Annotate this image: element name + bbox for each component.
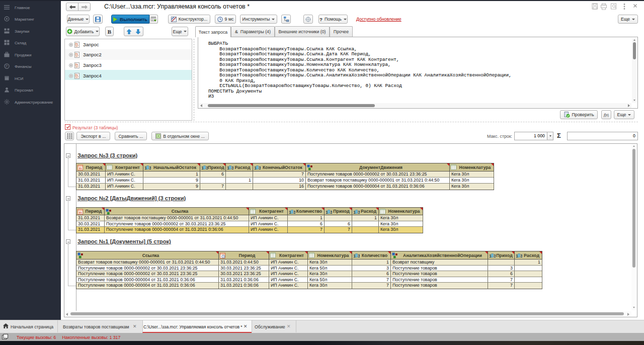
svg-text:ƒx: ƒx: [75, 63, 78, 66]
svg-text:Р: Р: [6, 64, 8, 68]
svg-text:1: 1: [353, 253, 356, 258]
svg-text:1: 1: [254, 165, 257, 170]
svg-text:3: 3: [206, 165, 208, 170]
svg-text:3: 3: [330, 210, 332, 215]
svg-text:3: 3: [293, 210, 295, 215]
svg-text:3: 3: [358, 253, 360, 258]
svg-text:1: 1: [489, 253, 492, 258]
svg-text:ƒx: ƒx: [75, 73, 78, 76]
svg-text:1: 1: [227, 165, 229, 170]
svg-text:1: 1: [353, 210, 356, 215]
svg-text:3: 3: [259, 165, 261, 170]
svg-text:1: 1: [326, 210, 328, 215]
svg-text:1: 1: [144, 165, 147, 170]
svg-text:31: 31: [78, 167, 82, 170]
svg-text:ƒx: ƒx: [75, 52, 78, 55]
svg-text:3: 3: [494, 253, 496, 258]
svg-text:3: 3: [149, 165, 151, 170]
svg-text:1: 1: [516, 253, 518, 258]
svg-text:1: 1: [201, 165, 204, 170]
svg-text:1: 1: [289, 210, 291, 215]
svg-text:3: 3: [358, 210, 360, 215]
svg-text:3: 3: [520, 253, 522, 258]
svg-text:3: 3: [231, 165, 233, 170]
svg-text:ƒx: ƒx: [75, 42, 78, 45]
svg-text:31: 31: [78, 211, 82, 214]
